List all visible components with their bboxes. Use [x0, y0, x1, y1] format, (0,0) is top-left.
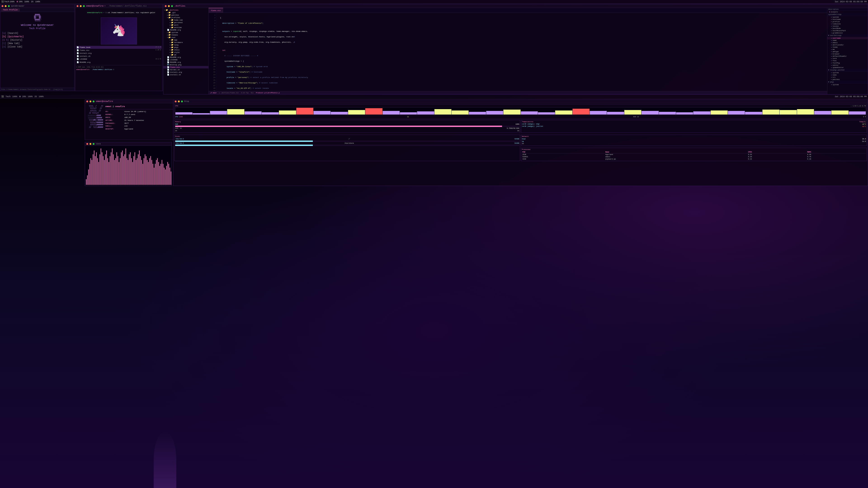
outline-pkgs-system[interactable]: •system	[827, 84, 868, 86]
tree-worklab[interactable]: ▶ 📁 worklab	[163, 26, 209, 29]
tree-flakenix[interactable]: 📄 flake.nix	[163, 66, 209, 68]
tree-readme2[interactable]: 📄 README.org	[163, 56, 209, 59]
spectrum-min[interactable]	[90, 143, 91, 145]
outline-np-name[interactable]: •name	[827, 74, 868, 76]
outline-grubdevice[interactable]: •grubDevice	[827, 32, 868, 34]
spectrum-close[interactable]	[86, 143, 88, 145]
outline-dotfilesdir[interactable]: •dotfilesDir	[827, 44, 868, 46]
outline-fontpkg[interactable]: •fontPkg	[827, 62, 868, 64]
spectrum-bar	[130, 152, 131, 185]
file-entry-license[interactable]: 📄 LICENSE 34.2 K	[76, 58, 162, 61]
qute-url: file:///home/emmet/.browser/Tech/config/…	[1, 89, 63, 90]
spectrum-bar	[92, 160, 92, 185]
cpu-bar	[262, 112, 279, 115]
tree-installorg[interactable]: 📄 install.org	[163, 71, 209, 73]
tree-readme-root[interactable]: 📄 README.org	[163, 29, 209, 31]
menu-quickmarks[interactable]: [b] [Quickmarks]	[2, 35, 72, 38]
btop-min[interactable]	[178, 101, 180, 102]
tree-pkgs[interactable]: ▶ 📁 pkgs	[163, 46, 209, 48]
outline-spawneditor[interactable]: •spawnEditor	[827, 66, 868, 69]
tree-app[interactable]: ▶ 📁 app	[163, 39, 209, 41]
editor-min-btn[interactable]	[168, 5, 170, 7]
outline-np-patches[interactable]: •patches	[827, 78, 868, 80]
neofetch-max[interactable]	[93, 101, 94, 102]
outline-wm[interactable]: •wm	[827, 48, 868, 51]
btop-close[interactable]	[175, 101, 177, 102]
close-btn[interactable]	[2, 5, 3, 7]
outline-browser[interactable]: •browser	[827, 53, 868, 55]
tree-license[interactable]: 📄 LICENSE	[163, 59, 209, 61]
tree-readme3[interactable]: 📄 README.org	[163, 61, 209, 64]
editor-status-branch: ⎇ main	[210, 92, 217, 94]
editor-close-btn[interactable]	[165, 5, 166, 7]
outline-profile[interactable]: •profile	[827, 21, 868, 23]
outline-system-system[interactable]: •system	[827, 16, 868, 18]
tree-system[interactable]: ▶ 📁 system	[163, 31, 209, 34]
outline-editor[interactable]: •editor	[827, 64, 868, 66]
menu-search[interactable]: [o] [Search]	[2, 32, 72, 35]
outline-np-system[interactable]: •system	[827, 72, 868, 74]
br-indicator: 25	[31, 1, 33, 3]
file-entry-installsh[interactable]: 📄 install.sh	[76, 55, 162, 58]
outline-email[interactable]: •email	[827, 41, 868, 44]
file-entry-flakelock[interactable]: 📄 flake.lock 27.5 K	[76, 46, 162, 49]
term-close-btn[interactable]	[76, 5, 79, 7]
outline-locale[interactable]: •locale	[827, 25, 868, 27]
outline-defaultroamdir[interactable]: •defaultRoamDir	[827, 55, 868, 57]
tree-homelab[interactable]: ▶ 📁 home-lab	[163, 19, 209, 21]
spectrum-bar	[160, 164, 161, 185]
menu-closetab[interactable]: [x] [Close tab]	[2, 45, 72, 48]
outline-hostname[interactable]: •hostname	[827, 18, 868, 21]
term-min-btn[interactable]	[80, 5, 82, 7]
menu-newtab[interactable]: [t] [New tab]	[2, 42, 72, 45]
outline-np-src[interactable]: •src	[827, 76, 868, 78]
menu-history[interactable]: [S h] [History]	[2, 38, 72, 42]
editor-max-btn[interactable]	[171, 5, 173, 7]
spectrum-max[interactable]	[93, 143, 94, 145]
min-btn[interactable]	[5, 5, 6, 7]
tree-lang[interactable]: ▶ 📁 lang	[163, 43, 209, 46]
tree-profiles[interactable]: ▼ 📁 profiles	[163, 16, 209, 19]
outline-wmtype[interactable]: •wmType	[827, 51, 868, 53]
tree-shell[interactable]: ▶ 📁 shell	[163, 48, 209, 51]
tree-user[interactable]: ▼ 📁 user	[163, 36, 209, 39]
tree-wm[interactable]: ▶ 📁 wm	[163, 54, 209, 56]
outline-bootmode[interactable]: •bootMode	[827, 27, 868, 30]
editor-tab-flakenix[interactable]: flake.nix	[209, 8, 223, 13]
spectrum-bar	[122, 151, 123, 185]
outline-timezone[interactable]: •timezone	[827, 23, 868, 25]
neofetch-close[interactable]	[86, 101, 88, 102]
tree-patches[interactable]: ▶ 📁 patches	[163, 14, 209, 16]
outline-username[interactable]: •username	[827, 37, 868, 39]
tree-hardensh[interactable]: 📄 harden.sh	[163, 68, 209, 71]
spectrum-bar	[154, 168, 154, 185]
tree-work[interactable]: ▶ 📁 work	[163, 24, 209, 26]
btop-mem-pct: 0% 0%	[175, 130, 519, 132]
tree-style[interactable]: ▶ 📁 style	[163, 51, 209, 54]
tree-themes[interactable]: ▶ 📁 themes	[163, 34, 209, 36]
qute-tab-active[interactable]: Tech Profile	[1, 8, 20, 11]
spectrum-bar	[157, 158, 158, 185]
outline-bootmountpath[interactable]: •bootMountPath	[827, 30, 868, 32]
outline-name[interactable]: •name	[827, 39, 868, 41]
file-entry-flakenix[interactable]: 📄 flake.nix 2.26 K	[76, 49, 162, 52]
tree-root[interactable]: ▼ 📁 .dotfiles	[163, 9, 209, 11]
outline-outputs[interactable]: ⚙outputs	[827, 11, 868, 13]
outline-theme[interactable]: •theme	[827, 46, 868, 48]
tree-desktop-png[interactable]: 🖼 desktop.png	[163, 64, 209, 66]
file-entry-readme[interactable]: 📄 README.org	[76, 61, 162, 64]
editor-status-pos: 3:10 Top	[241, 92, 249, 94]
tree-personal[interactable]: ▶ 📁 personal	[163, 21, 209, 24]
term-max-btn[interactable]	[83, 5, 85, 7]
outline-term[interactable]: •term	[827, 57, 868, 60]
max-btn[interactable]	[8, 5, 10, 7]
tree-git[interactable]: ▶ 📁 .git	[163, 11, 209, 14]
btop-window: btop CPU - 1.53 1.14 0.78 CPU like 11 AV…	[173, 99, 868, 186]
code-content[interactable]: { description = "Flake of LibrePhoenix";…	[217, 13, 827, 91]
neofetch-min[interactable]	[90, 101, 91, 102]
tree-installsh[interactable]: 📄 install.sh	[163, 73, 209, 76]
tree-hardware[interactable]: ▶ 📁 hardware	[163, 41, 209, 43]
file-entry-installorg[interactable]: 📄 install.org	[76, 52, 162, 55]
outline-font[interactable]: •font	[827, 60, 868, 62]
btop-max[interactable]	[181, 101, 183, 102]
